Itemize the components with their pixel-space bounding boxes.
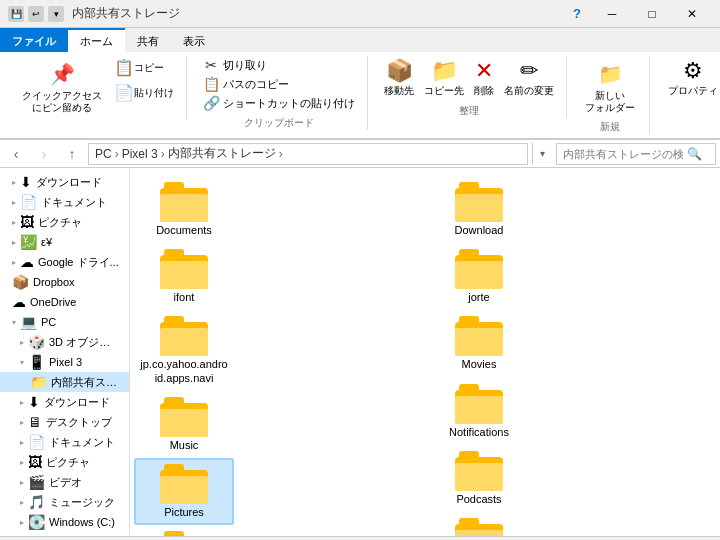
clipboard-label: クリップボード xyxy=(244,114,314,130)
address-dropdown-button[interactable]: ▾ xyxy=(532,143,552,165)
scissors-icon: ✂ xyxy=(203,57,219,73)
copy-button[interactable]: 📋 コピー xyxy=(110,56,178,79)
sidebar-item-desktop[interactable]: ▸ 🖥 デスクトップ xyxy=(0,412,129,432)
sidebar-item-3d[interactable]: ▸ 🎲 3D オブジェクト xyxy=(0,332,129,352)
folder-documents-icon xyxy=(160,182,208,222)
folder-ringtones[interactable]: Ringtones xyxy=(429,512,529,536)
sidebar-item-pictures1[interactable]: ▸ 🖼 ピクチャ xyxy=(0,212,129,232)
folder-download-icon xyxy=(455,182,503,222)
folder-music[interactable]: Music xyxy=(134,391,234,458)
address-path[interactable]: PC › Pixel 3 › 内部共有ストレージ › xyxy=(88,143,528,165)
tab-share[interactable]: 共有 xyxy=(125,28,171,52)
sidebar-item-pixel3[interactable]: ▾ 📱 Pixel 3 xyxy=(0,352,129,372)
windows-c-icon: 💽 xyxy=(28,514,45,530)
properties-button[interactable]: ⚙ プロパティ xyxy=(662,56,720,100)
forward-button[interactable]: › xyxy=(32,142,56,166)
sidebar-item-music[interactable]: ▸ 🎵 ミュージック xyxy=(0,492,129,512)
googledrive-icon: ☁ xyxy=(20,254,34,270)
ribbon: ファイル ホーム 共有 表示 📌 クイックアクセスにピン留める 📋 コピー 📄 xyxy=(0,28,720,140)
sidebar-item-internal-storage[interactable]: 📁 内部共有ストレ... xyxy=(0,372,129,392)
rename-button[interactable]: ✏ 名前の変更 xyxy=(500,56,558,100)
ribbon-group-clipboard: ✂ 切り取り 📋 パスのコピー 🔗 ショートカットの貼り付け クリップボード xyxy=(191,56,368,130)
new-folder-button[interactable]: 📁 新しいフォルダー xyxy=(579,56,641,116)
copy-path-icon: 📋 xyxy=(203,76,219,92)
folder-documents[interactable]: Documents xyxy=(134,176,234,243)
ribbon-group-organize: 📦 移動先 📁 コピー先 ✕ 削除 ✏ 名前の変更 整理 xyxy=(372,56,567,118)
folder-movies[interactable]: Movies xyxy=(429,310,529,377)
quick-menu-icon[interactable]: ▾ xyxy=(48,6,64,22)
quick-access-pin-button[interactable]: 📌 クイックアクセスにピン留める xyxy=(16,56,108,116)
folder-pictures[interactable]: Pictures xyxy=(134,458,234,525)
files-left-column: Documents ifont jp.co.yahoo.android.apps xyxy=(130,168,425,536)
folder-podcasts[interactable]: Podcasts xyxy=(429,445,529,512)
ribbon-content: 📌 クイックアクセスにピン留める 📋 コピー 📄 貼り付け xyxy=(0,52,720,139)
search-input[interactable] xyxy=(563,148,683,160)
ribbon-group-quickaccess: 📌 クイックアクセスにピン留める 📋 コピー 📄 貼り付け xyxy=(8,56,187,120)
window-controls: ─ □ ✕ xyxy=(592,0,712,28)
folder-notifications[interactable]: Notifications xyxy=(429,378,529,445)
pin-icon: 📌 xyxy=(46,58,78,90)
up-button[interactable]: ↑ xyxy=(60,142,84,166)
sidebar-item-pictures2[interactable]: ▸ 🖼 ピクチャ xyxy=(0,452,129,472)
folder-yahoo[interactable]: jp.co.yahoo.android.apps.navi xyxy=(134,310,234,390)
sidebar: ▸ ⬇ ダウンロード ▸ 📄 ドキュメント ▸ 🖼 ピクチャ ▸ 💹 ε¥ ▸ … xyxy=(0,168,130,536)
ribbon-group-new: 📁 新しいフォルダー 新規 xyxy=(571,56,650,134)
path-pc[interactable]: PC xyxy=(95,147,112,161)
copy-path-button[interactable]: 📋 パスのコピー xyxy=(199,75,359,93)
properties-icon: ⚙ xyxy=(683,58,703,84)
sidebar-item-dropbox[interactable]: 📦 Dropbox xyxy=(0,272,129,292)
sidebar-item-onedrive[interactable]: ☁ OneDrive xyxy=(0,292,129,312)
tab-home[interactable]: ホーム xyxy=(68,28,125,52)
sidebar-item-googledrive[interactable]: ▸ ☁ Google ドライ... xyxy=(0,252,129,272)
folder-yahoo-icon xyxy=(160,316,208,356)
sidebar-item-windows-c[interactable]: ▸ 💽 Windows (C:) xyxy=(0,512,129,532)
move-icon: 📦 xyxy=(386,58,413,84)
sidebar-item-download1[interactable]: ▸ ⬇ ダウンロード xyxy=(0,172,129,192)
help-button[interactable]: ? xyxy=(562,0,592,28)
copy-to-icon: 📁 xyxy=(431,58,458,84)
paste-icon: 📄 xyxy=(114,83,134,102)
maximize-button[interactable]: □ xyxy=(632,0,672,28)
folder-jorte-icon xyxy=(455,249,503,289)
sidebar-item-documents2[interactable]: ▸ 📄 ドキュメント xyxy=(0,432,129,452)
paste-button[interactable]: 📄 貼り付け xyxy=(110,81,178,104)
folder-music-icon xyxy=(160,397,208,437)
sidebar-item-video[interactable]: ▸ 🎬 ビデオ xyxy=(0,472,129,492)
3d-icon: 🎲 xyxy=(28,334,45,350)
paste-shortcut-button[interactable]: 🔗 ショートカットの貼り付け xyxy=(199,94,359,112)
folder-jorte[interactable]: jorte xyxy=(429,243,529,310)
sidebar-item-pc[interactable]: ▾ 💻 PC xyxy=(0,312,129,332)
shortcut-icon: 🔗 xyxy=(203,95,219,111)
search-box[interactable]: 🔍 xyxy=(556,143,716,165)
window-title: 内部共有ストレージ xyxy=(72,5,562,22)
folder-profilepassport-icon xyxy=(160,531,208,536)
tab-file[interactable]: ファイル xyxy=(0,28,68,52)
delete-button[interactable]: ✕ 削除 xyxy=(470,56,498,100)
path-pixel[interactable]: Pixel 3 xyxy=(122,147,158,161)
folder-download[interactable]: Download xyxy=(429,176,529,243)
tab-view[interactable]: 表示 xyxy=(171,28,217,52)
folder-ifont[interactable]: ifont xyxy=(134,243,234,310)
quick-undo-icon[interactable]: ↩ xyxy=(28,6,44,22)
quick-save-icon[interactable]: 💾 xyxy=(8,6,24,22)
folder-ringtones-icon xyxy=(455,518,503,536)
folder-podcasts-icon xyxy=(455,451,503,491)
new-label: 新規 xyxy=(600,118,620,134)
organize-label: 整理 xyxy=(459,102,479,118)
close-button[interactable]: ✕ xyxy=(672,0,712,28)
copy-to-button[interactable]: 📁 コピー先 xyxy=(420,56,468,100)
minimize-button[interactable]: ─ xyxy=(592,0,632,28)
download2-icon: ⬇ xyxy=(28,394,40,410)
sidebar-item-download2[interactable]: ▸ ⬇ ダウンロード xyxy=(0,392,129,412)
folder-profilepassport[interactable]: ProfilePassport xyxy=(134,525,234,536)
files-area: Documents ifont jp.co.yahoo.android.apps xyxy=(130,168,720,536)
back-button[interactable]: ‹ xyxy=(4,142,28,166)
storage-icon: 📁 xyxy=(30,374,47,390)
path-storage[interactable]: 内部共有ストレージ xyxy=(168,145,276,162)
move-to-button[interactable]: 📦 移動先 xyxy=(380,56,418,100)
pictures-icon: 🖼 xyxy=(20,214,34,230)
cut-button[interactable]: ✂ 切り取り xyxy=(199,56,359,74)
folder-ifont-icon xyxy=(160,249,208,289)
sidebar-item-documents1[interactable]: ▸ 📄 ドキュメント xyxy=(0,192,129,212)
sidebar-item-yen[interactable]: ▸ 💹 ε¥ xyxy=(0,232,129,252)
